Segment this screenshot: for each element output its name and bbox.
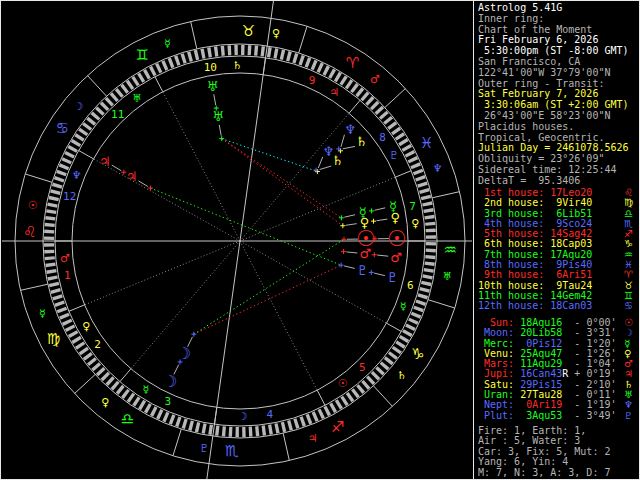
- house-cusp-line: [163, 92, 240, 241]
- house-divider: [395, 171, 411, 177]
- sign-boundary: [299, 26, 307, 53]
- house-ruler-icon: ♂: [60, 252, 70, 265]
- degree-comb-tick: [242, 427, 246, 437]
- degree-comb-tick: [355, 87, 364, 97]
- degree-comb-tick: [426, 235, 436, 239]
- degree-comb-tick: [425, 255, 435, 259]
- astrolog-window: ♈♂♉♀♊☿♋☽♌☉♍☿♎♀♏♇♐♃♑♄♒♅♓♆1♂2♀3☿4☽5☉6☿7♀8♇…: [0, 0, 640, 480]
- planet-glyph-jupiter-outer: ♃: [99, 154, 111, 169]
- degree-comb-tick: [299, 55, 305, 66]
- degree-comb-tick: [44, 250, 54, 254]
- degree-comb-tick: [201, 423, 206, 433]
- planet-glyph-venus-inner: ♀: [360, 215, 370, 230]
- degree-comb-tick: [115, 88, 124, 98]
- house-divider: [69, 305, 85, 311]
- degree-comb-tick: [413, 169, 424, 176]
- info-text: Chart of the Moment: [478, 24, 592, 35]
- degree-comb-tick: [300, 416, 306, 427]
- degree-comb-tick: [144, 403, 152, 413]
- degree-comb-tick: [255, 426, 259, 436]
- planet-icon: ♇: [624, 411, 633, 421]
- planet-glyph-pluto-outer: ♇: [387, 270, 399, 285]
- planet-glyph-uranus-inner: ♅: [212, 109, 224, 124]
- degree-comb-tick: [235, 427, 238, 437]
- degree-comb-tick: [54, 301, 65, 307]
- degree-comb-tick: [74, 133, 84, 141]
- degree-comb-tick: [131, 76, 139, 86]
- degree-comb-tick: [323, 406, 331, 416]
- info-text: Inner ring:: [478, 13, 544, 24]
- planet-glyph-moon-inner: ☽: [177, 344, 191, 363]
- degree-comb-tick: [54, 176, 65, 182]
- planet-glyph-mars-inner: ♂: [360, 246, 372, 261]
- planet-degree-marker: [339, 263, 344, 268]
- planet-pointer-line: [219, 125, 221, 136]
- degree-comb-tick: [267, 47, 272, 57]
- degree-comb-tick: [126, 80, 134, 90]
- degree-comb-tick: [207, 47, 212, 57]
- sign-boundary: [385, 89, 406, 108]
- info-text: Placidus houses.: [478, 121, 574, 132]
- degree-comb-tick: [392, 346, 402, 354]
- degree-comb-tick: [286, 51, 292, 62]
- planet-pointer-line: [346, 224, 357, 226]
- degree-comb-tick: [50, 288, 61, 294]
- degree-comb-tick: [65, 324, 75, 332]
- element-tally-block: Fire: 1, Earth: 1,Air : 5, Water: 3Car: …: [478, 426, 638, 478]
- degree-comb-tick: [388, 351, 398, 360]
- sign-ruler-icon: ♆: [433, 162, 443, 175]
- planet-glyph-saturn-outer: ♄: [355, 134, 367, 149]
- planet-glyph-neptune-inner: ♆: [323, 144, 335, 159]
- degree-comb-tick: [127, 393, 135, 403]
- degree-comb-tick: [67, 145, 77, 153]
- zodiac-sign-icon: ♋: [624, 301, 633, 311]
- degree-comb-tick: [222, 426, 226, 436]
- planet-pointer-line: [344, 215, 355, 217]
- degree-comb-tick: [188, 420, 194, 431]
- planet-glyph-jupiter-inner: ♃: [126, 169, 138, 184]
- degree-comb-tick: [426, 228, 436, 232]
- degree-comb-tick: [318, 409, 325, 419]
- tally-text: Yang: 6, Yin: 4: [478, 456, 568, 467]
- degree-comb-tick: [208, 425, 213, 435]
- sign-boundary: [173, 429, 181, 456]
- degree-comb-tick: [215, 425, 219, 435]
- degree-comb-tick: [306, 414, 313, 425]
- degree-comb-tick: [387, 121, 397, 130]
- degree-comb-tick: [274, 423, 279, 433]
- house-ruler-icon: ♅: [132, 92, 142, 105]
- degree-comb-tick: [194, 50, 200, 60]
- degree-comb-tick: [181, 53, 187, 64]
- planet-pointer-line: [214, 94, 216, 105]
- degree-comb-tick: [418, 293, 429, 299]
- planet-pointer-line: [377, 219, 388, 221]
- degree-comb-tick: [96, 367, 106, 376]
- degree-comb-tick: [111, 381, 120, 391]
- degree-comb-tick: [424, 262, 434, 266]
- degree-comb-tick: [413, 306, 424, 313]
- sign-boundary: [283, 433, 289, 460]
- degree-comb-tick: [419, 188, 430, 194]
- degree-comb-tick: [56, 170, 67, 177]
- degree-comb-tick: [305, 57, 312, 68]
- degree-comb-tick: [116, 385, 125, 395]
- degree-comb-tick: [421, 281, 431, 286]
- degree-comb-tick: [254, 46, 258, 56]
- degree-comb-tick: [47, 202, 57, 207]
- sign-glyph-sagittarius: ♐: [331, 418, 344, 436]
- house-divider: [79, 151, 94, 159]
- sign-ruler-icon: ☉: [28, 199, 38, 212]
- degree-comb-tick: [248, 45, 252, 55]
- degree-comb-tick: [83, 352, 93, 361]
- degree-comb-tick: [79, 347, 89, 355]
- tally-line: M: 7, N: 3, A: 3, D: 7: [478, 468, 638, 478]
- degree-comb-tick: [281, 422, 287, 432]
- sign-boundary: [191, 21, 197, 48]
- degree-comb-tick: [52, 183, 63, 189]
- degree-comb-tick: [44, 243, 54, 247]
- planet-pointer-line: [377, 255, 388, 256]
- house-number: 11: [111, 108, 124, 121]
- sign-boundary: [25, 174, 52, 182]
- degree-comb-tick: [391, 127, 401, 135]
- degree-comb-tick: [155, 63, 162, 73]
